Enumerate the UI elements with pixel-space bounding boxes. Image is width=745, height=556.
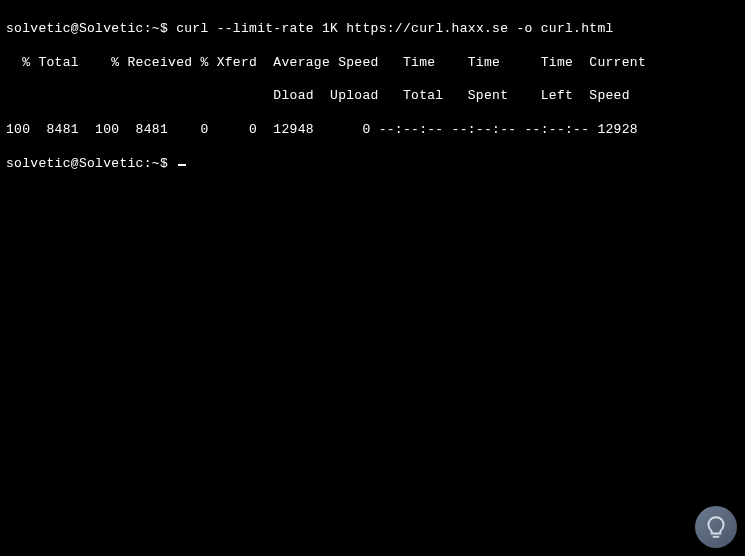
command-line-1: solvetic@Solvetic:~$ curl --limit-rate 1…: [6, 21, 739, 38]
shell-prompt: solvetic@Solvetic:~$: [6, 21, 176, 36]
curl-progress-row: 100 8481 100 8481 0 0 12948 0 --:--:-- -…: [6, 122, 739, 139]
lightbulb-icon: [703, 514, 729, 540]
terminal-output[interactable]: solvetic@Solvetic:~$ curl --limit-rate 1…: [6, 4, 739, 190]
cursor-icon: [178, 164, 186, 166]
curl-header-row-1: % Total % Received % Xferd Average Speed…: [6, 55, 739, 72]
chat-bubble-button[interactable]: [695, 506, 737, 548]
shell-prompt: solvetic@Solvetic:~$: [6, 156, 176, 173]
command-line-2[interactable]: solvetic@Solvetic:~$: [6, 156, 739, 173]
curl-header-row-2: Dload Upload Total Spent Left Speed: [6, 88, 739, 105]
command-text: curl --limit-rate 1K https://curl.haxx.s…: [176, 21, 613, 36]
